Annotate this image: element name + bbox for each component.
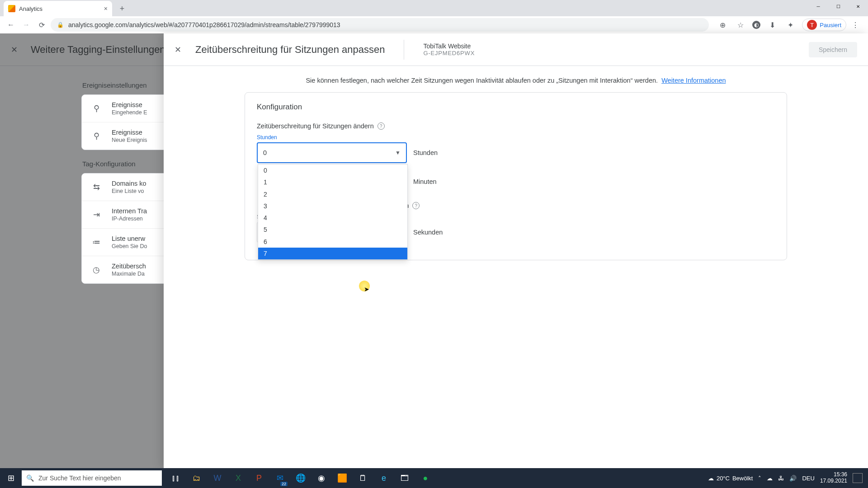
panel-header: ✕ Zeitüberschreitung für Sitzungen anpas… <box>164 33 868 66</box>
hours-dropdown: 0 1 2 3 4 5 6 7 <box>258 164 408 260</box>
bookmark-icon[interactable]: ☆ <box>734 19 747 31</box>
address-bar[interactable]: 🔒 analytics.google.com/analytics/web/#/a… <box>51 18 709 32</box>
session-timeout-heading: Zeitüberschreitung für Sitzungen ändern … <box>257 122 775 130</box>
browser-chrome: ─ ☐ ✕ Analytics × + ← → ⟳ 🔒 analytics.go… <box>0 0 868 33</box>
app-icon[interactable]: 🗔 <box>394 468 415 488</box>
import-icon: ⇥ <box>90 208 103 221</box>
weather-widget[interactable]: ☁ 20°C Bewölkt <box>708 475 753 482</box>
word-icon[interactable]: W <box>207 468 228 488</box>
taskbar-search[interactable]: 🔍 Zur Suche Text hier eingeben <box>22 470 162 486</box>
browser-tab[interactable]: Analytics × <box>4 1 112 16</box>
tray-chevron-icon[interactable]: ˄ <box>758 475 761 482</box>
reload-button[interactable]: ⟳ <box>35 19 48 31</box>
windows-taskbar: ⊞ 🔍 Zur Suche Text hier eingeben ⫿⫿ 🗂 W … <box>0 468 868 488</box>
list-icon: ≔ <box>90 236 103 249</box>
dropdown-option[interactable]: 3 <box>258 200 407 212</box>
panel-title: Zeitüberschreitung für Sitzungen anpasse… <box>195 44 385 56</box>
sliders-icon: ⚲ <box>90 130 103 142</box>
window-minimize[interactable]: ─ <box>808 0 828 13</box>
analytics-favicon-icon <box>8 5 15 12</box>
edge-icon[interactable]: e <box>373 468 394 488</box>
property-id: G-EJPMED6PWX <box>423 50 475 56</box>
property-name: TobiTalk Website <box>423 42 475 50</box>
close-icon[interactable]: ✕ <box>175 45 185 55</box>
network-icon[interactable]: 🖧 <box>778 475 784 482</box>
chrome-icon[interactable]: 🌐 <box>290 468 311 488</box>
dropdown-option[interactable]: 7 <box>258 248 407 259</box>
powerpoint-icon[interactable]: P <box>249 468 269 488</box>
dropdown-option[interactable]: 0 <box>258 164 407 176</box>
slideover-panel: ✕ Zeitüberschreitung für Sitzungen anpas… <box>164 33 868 468</box>
search-placeholder: Zur Suche Text hier eingeben <box>38 474 121 482</box>
dropdown-option[interactable]: 4 <box>258 212 407 224</box>
avatar: T <box>807 20 817 30</box>
spotify-icon[interactable]: ● <box>415 468 436 488</box>
obs-icon[interactable]: ◉ <box>311 468 332 488</box>
profile-chip[interactable]: T Pausiert <box>802 19 846 31</box>
hours-unit: Stunden <box>413 149 438 156</box>
hours-select[interactable]: 0 ▼ 0 1 2 3 4 5 6 7 <box>257 142 407 163</box>
help-icon[interactable]: ? <box>412 202 420 209</box>
taskbar-clock[interactable]: 15:36 17.09.2021 <box>820 472 847 484</box>
property-info: TobiTalk Website G-EJPMED6PWX <box>423 42 475 56</box>
weather-icon: ☁ <box>708 475 714 482</box>
explorer-icon[interactable]: 🗂 <box>186 468 207 488</box>
save-button[interactable]: Speichern <box>809 42 857 57</box>
help-icon[interactable]: ? <box>377 122 385 130</box>
start-button[interactable]: ⊞ <box>0 468 22 488</box>
dropdown-option[interactable]: 2 <box>258 188 407 200</box>
intro-text: Sie können festlegen, nach welcher Zeit … <box>175 77 857 84</box>
dropdown-option[interactable]: 6 <box>258 236 407 248</box>
window-close[interactable]: ✕ <box>848 0 868 13</box>
close-icon[interactable]: × <box>104 5 108 12</box>
app-icon[interactable]: 🗒 <box>353 468 373 488</box>
volume-icon[interactable]: 🔊 <box>789 475 797 482</box>
hours-label: Stunden <box>257 134 775 141</box>
divider <box>404 40 404 60</box>
sliders-icon: ⚲ <box>90 102 103 115</box>
language-indicator[interactable]: DEU <box>802 475 814 482</box>
card-title: Konfiguration <box>257 103 775 112</box>
lock-icon: 🔒 <box>57 22 64 28</box>
dropdown-option[interactable]: 5 <box>258 224 407 235</box>
profile-status: Pausiert <box>820 22 841 28</box>
window-maximize[interactable]: ☐ <box>828 0 848 13</box>
minutes-unit: Minuten <box>413 178 437 185</box>
back-button[interactable]: ← <box>5 19 17 31</box>
page-viewport: ✕ Weitere Tagging-Einstellungen Ereignis… <box>0 33 868 468</box>
dropdown-option[interactable]: 1 <box>258 176 407 188</box>
hours-value: 0 <box>263 149 267 156</box>
forward-button[interactable]: → <box>20 19 33 31</box>
onedrive-icon[interactable]: ☁ <box>767 475 773 482</box>
config-card: Konfiguration Zeitüberschreitung für Sit… <box>245 92 787 260</box>
menu-icon[interactable]: ⋮ <box>852 21 859 29</box>
download-icon[interactable]: ⬇ <box>766 19 778 31</box>
url-text: analytics.google.com/analytics/web/#/a20… <box>68 21 340 28</box>
link-icon: ⇆ <box>90 181 103 193</box>
task-view-icon[interactable]: ⫿⫿ <box>165 468 186 488</box>
incognito-icon[interactable]: ◐ <box>752 21 760 29</box>
search-icon: 🔍 <box>26 474 34 482</box>
mail-icon[interactable]: ✉22 <box>269 468 290 488</box>
excel-icon[interactable]: X <box>228 468 249 488</box>
zoom-icon[interactable]: ⊕ <box>716 19 729 31</box>
chevron-down-icon: ▼ <box>395 150 401 156</box>
tab-title: Analytics <box>19 5 100 12</box>
extensions-icon[interactable]: ✦ <box>784 19 797 31</box>
new-tab-button[interactable]: + <box>116 2 128 15</box>
notifications-icon[interactable] <box>853 473 863 483</box>
clock-icon: ◷ <box>90 263 103 276</box>
app-icon[interactable]: 🟧 <box>332 468 353 488</box>
seconds-unit: Sekunden <box>413 229 443 236</box>
learn-more-link[interactable]: Weitere Informationen <box>661 77 726 84</box>
